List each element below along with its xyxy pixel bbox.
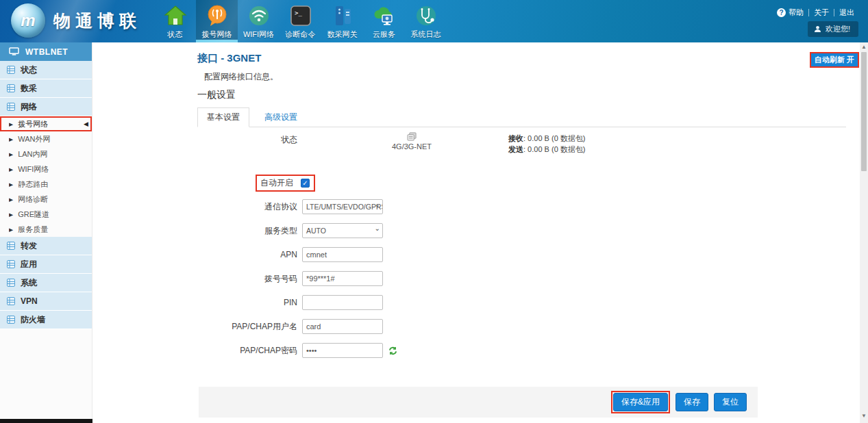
annotation-auto-start: 自动开启 ✓ xyxy=(256,175,315,192)
protocol-row: 通信协议 LTE/UMTS/EVDO/GPRS ⌄ xyxy=(93,199,586,214)
sidebar-item-vpn[interactable]: VPN xyxy=(0,292,92,311)
user-icon xyxy=(814,25,821,33)
nav-label: 云服务 xyxy=(373,29,395,40)
sidebar-item-label: 转发 xyxy=(21,240,37,252)
grid-icon xyxy=(7,66,15,74)
sidebar-item-static-route[interactable]: ▶ 静态路由 xyxy=(0,177,92,192)
refresh-icon[interactable] xyxy=(388,346,397,355)
apn-input[interactable] xyxy=(302,247,383,262)
nav-item-cloud-service[interactable]: 云服务 xyxy=(363,0,405,42)
grid-icon xyxy=(7,103,15,111)
pin-row: PIN xyxy=(93,295,586,310)
triangle-icon: ▶ xyxy=(9,227,13,232)
auto-refresh-toggle[interactable]: 自动刷新 开 xyxy=(810,52,859,68)
sidebar-item-qos[interactable]: ▶ 服务质量 xyxy=(0,222,92,237)
divider xyxy=(834,9,834,16)
sidebar-item-label: 数采 xyxy=(21,83,37,94)
nav-item-wifi-network[interactable]: WIFI网络 xyxy=(238,0,280,42)
page-subtitle: 配置网络接口信息。 xyxy=(204,71,278,83)
nav-item-dial-network[interactable]: 拨号网络 xyxy=(196,0,238,42)
triangle-icon: ▶ xyxy=(9,212,13,217)
sidebar-item-label: VPN xyxy=(21,296,38,306)
home-icon xyxy=(163,3,188,28)
rx-line: 接收: 0.00 B (0 数据包) xyxy=(508,133,585,144)
pap-user-row: PAP/CHAP用户名 xyxy=(93,319,586,334)
status-label: 状态 xyxy=(93,134,302,146)
pap-user-label: PAP/CHAP用户名 xyxy=(93,321,302,333)
scroll-down-icon[interactable]: ▼ xyxy=(860,412,868,420)
protocol-select[interactable]: LTE/UMTS/EVDO/GPRS ⌄ xyxy=(302,199,383,214)
gateway-icon xyxy=(330,3,355,28)
vertical-scrollbar[interactable]: ▲ ▼ xyxy=(860,42,868,423)
reset-button[interactable]: 复位 xyxy=(714,393,747,411)
nav-label: WIFI网络 xyxy=(243,29,274,40)
sidebar-item-label: 静态路由 xyxy=(18,179,48,190)
sidebar-item-dial-network[interactable]: ▶ 拨号网络 ◀ xyxy=(0,116,92,131)
apn-label: APN xyxy=(93,250,302,259)
sidebar-item-lan[interactable]: ▶ LAN内网 xyxy=(0,146,92,162)
tab-bar: 基本设置 高级设置 xyxy=(197,110,846,127)
main-content: 自动刷新 开 接口 - 3GNET 配置网络接口信息。 一般设置 基本设置 高级… xyxy=(93,42,860,423)
dial-number-input[interactable] xyxy=(302,271,383,286)
pap-pass-input[interactable] xyxy=(302,343,383,358)
annotation-save-apply: 保存&应用 xyxy=(611,391,670,413)
sidebar-title-text: WTBLNET xyxy=(25,47,68,57)
help-link[interactable]: ?帮助 xyxy=(777,8,804,18)
scrollbar-thumb[interactable] xyxy=(861,52,867,171)
page-title: 接口 - 3GNET xyxy=(197,52,261,65)
nav-item-data-gateway[interactable]: 数采网关 xyxy=(321,0,363,42)
logout-link[interactable]: 退出 xyxy=(839,8,854,18)
about-link[interactable]: 关于 xyxy=(814,8,829,18)
router-admin-app: m 物通博联 状态 拨号网络 WIFI网络 xyxy=(0,0,868,423)
sidebar-item-data-collect[interactable]: 数采 xyxy=(0,79,92,98)
sidebar-item-label: 防火墙 xyxy=(21,314,45,326)
pap-pass-label: PAP/CHAP密码 xyxy=(93,345,302,357)
pap-pass-row: PAP/CHAP密码 xyxy=(93,343,586,358)
grid-icon xyxy=(7,279,15,287)
syslog-icon xyxy=(414,3,438,28)
svg-text:>_: >_ xyxy=(295,10,302,16)
pap-user-input[interactable] xyxy=(302,319,383,334)
nav-item-diagnostic-command[interactable]: >_ 诊断命令 xyxy=(280,0,321,42)
protocol-value: LTE/UMTS/EVDO/GPRS xyxy=(306,203,383,211)
save-button[interactable]: 保存 xyxy=(675,393,708,411)
nav-label: 状态 xyxy=(168,29,183,40)
sidebar-item-label: 拨号网络 xyxy=(18,119,48,129)
triangle-icon: ▶ xyxy=(9,136,13,142)
sidebar-item-status[interactable]: 状态 xyxy=(0,61,92,79)
sidebar-item-label: 网络诊断 xyxy=(18,194,48,205)
sidebar-item-system[interactable]: 系统 xyxy=(0,274,92,292)
sidebar-item-network[interactable]: 网络 xyxy=(0,98,92,116)
sidebar-item-wifi[interactable]: ▶ WIFI网络 xyxy=(0,162,92,177)
pin-input[interactable] xyxy=(302,295,383,310)
brand-name: 物通博联 xyxy=(53,10,141,32)
sidebar-item-firewall[interactable]: 防火墙 xyxy=(0,311,92,329)
grid-icon xyxy=(7,297,15,305)
sidebar-item-gre-tunnel[interactable]: ▶ GRE隧道 xyxy=(0,207,92,222)
dial-network-icon xyxy=(205,3,230,28)
sidebar-item-forward[interactable]: 转发 xyxy=(0,237,92,255)
tx-line: 发送: 0.00 B (0 数据包) xyxy=(508,144,585,155)
save-apply-button[interactable]: 保存&应用 xyxy=(613,393,668,411)
scroll-up-icon[interactable]: ▲ xyxy=(860,43,868,51)
service-type-select[interactable]: AUTO ⌄ xyxy=(302,223,383,238)
tab-advanced-settings[interactable]: 高级设置 xyxy=(256,108,306,127)
check-icon: ✓ xyxy=(302,179,308,187)
pin-label: PIN xyxy=(93,298,302,307)
settings-form: 自动开启 ✓ 通信协议 LTE/UMTS/EVDO/GPRS ⌄ 服务类型 AU… xyxy=(93,175,586,367)
sidebar-item-net-diagnose[interactable]: ▶ 网络诊断 xyxy=(0,192,92,207)
service-type-row: 服务类型 AUTO ⌄ xyxy=(93,223,586,238)
sidebar-item-application[interactable]: 应用 xyxy=(0,255,92,274)
grid-icon xyxy=(7,316,15,324)
welcome-text: 欢迎您! xyxy=(826,24,850,34)
tab-basic-settings[interactable]: 基本设置 xyxy=(197,107,249,127)
grid-icon xyxy=(7,242,15,250)
terminal-icon: >_ xyxy=(288,3,313,28)
action-bar: 保存&应用 保存 复位 xyxy=(199,387,758,418)
sidebar-item-wan[interactable]: ▶ WAN外网 xyxy=(0,131,92,146)
nav-item-system-log[interactable]: 系统日志 xyxy=(405,0,447,42)
nav-item-status[interactable]: 状态 xyxy=(154,0,196,42)
auto-start-checkbox[interactable]: ✓ xyxy=(301,179,310,188)
top-nav: 状态 拨号网络 WIFI网络 >_ 诊断命令 xyxy=(154,0,447,42)
header-links: ?帮助 关于 退出 xyxy=(777,8,854,18)
